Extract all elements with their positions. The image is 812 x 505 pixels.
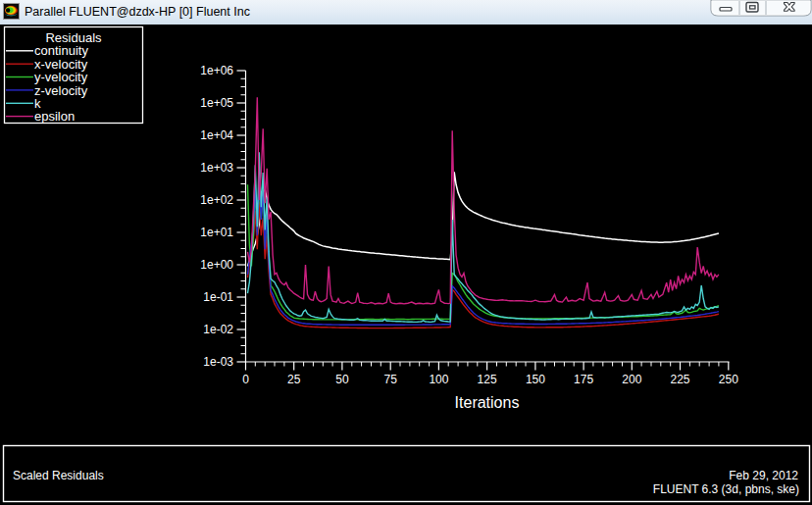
svg-text:75: 75 <box>384 373 398 386</box>
svg-text:1e-01: 1e-01 <box>203 290 233 304</box>
svg-text:Scaled Residuals: Scaled Residuals <box>13 469 104 482</box>
svg-text:125: 125 <box>478 373 497 386</box>
svg-text:Feb 29, 2012: Feb 29, 2012 <box>729 469 798 482</box>
svg-text:25: 25 <box>287 373 301 386</box>
svg-text:1e+02: 1e+02 <box>200 193 233 207</box>
svg-text:epsilon: epsilon <box>34 109 75 124</box>
svg-text:1e+00: 1e+00 <box>200 258 233 272</box>
svg-text:150: 150 <box>526 373 545 386</box>
svg-text:1e+06: 1e+06 <box>200 64 233 77</box>
svg-text:0: 0 <box>242 373 249 386</box>
svg-text:z-velocity: z-velocity <box>34 83 88 98</box>
svg-text:1e-02: 1e-02 <box>203 323 233 336</box>
svg-text:50: 50 <box>335 373 349 386</box>
svg-text:1e+04: 1e+04 <box>200 128 233 142</box>
svg-text:1e-03: 1e-03 <box>203 355 233 369</box>
svg-text:1e+03: 1e+03 <box>200 161 233 175</box>
svg-text:Iterations: Iterations <box>455 394 520 411</box>
svg-text:200: 200 <box>622 373 641 386</box>
svg-text:1e+05: 1e+05 <box>200 96 233 110</box>
svg-text:FLUENT 6.3 (3d, pbns, ske): FLUENT 6.3 (3d, pbns, ske) <box>653 482 799 496</box>
svg-text:225: 225 <box>670 373 689 386</box>
svg-text:175: 175 <box>574 373 593 386</box>
svg-text:250: 250 <box>719 373 738 386</box>
svg-text:1e+01: 1e+01 <box>200 226 233 239</box>
svg-text:100: 100 <box>429 373 448 386</box>
svg-text:Residuals: Residuals <box>45 30 102 45</box>
